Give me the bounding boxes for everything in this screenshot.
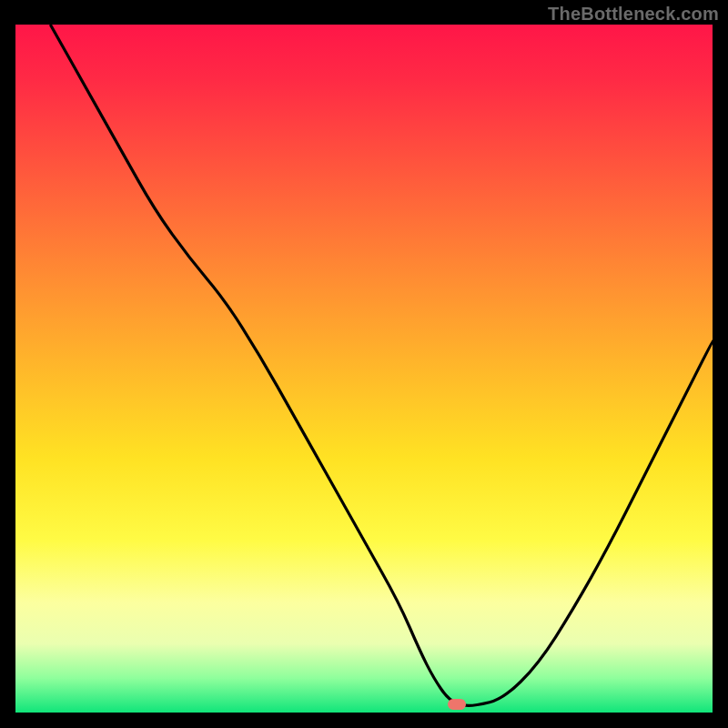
chart-frame: TheBottleneck.com [0, 0, 728, 728]
plot-area [15, 25, 713, 713]
bottleneck-curve [15, 25, 713, 713]
curve-path [50, 25, 713, 705]
watermark-text: TheBottleneck.com [548, 4, 719, 25]
optimum-marker [448, 699, 466, 710]
